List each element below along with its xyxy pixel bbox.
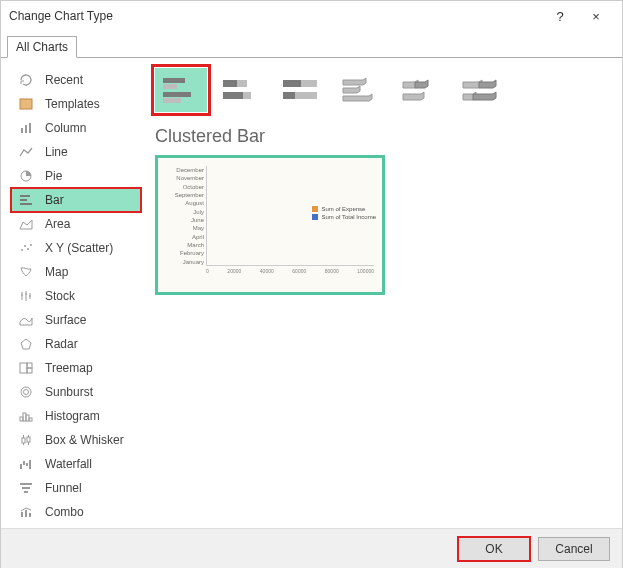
sidebar-item-label: Recent	[45, 73, 83, 87]
svg-rect-40	[223, 92, 243, 99]
svg-rect-36	[163, 92, 191, 97]
sidebar-item-label: Map	[45, 265, 68, 279]
chart-preview[interactable]: DecemberNovemberOctoberSeptemberAugustJu…	[155, 155, 385, 295]
sidebar-item-label: Funnel	[45, 481, 82, 495]
sidebar-item-recent[interactable]: Recent	[11, 68, 141, 92]
radar-icon	[17, 337, 35, 351]
sidebar-item-map[interactable]: Map	[11, 260, 141, 284]
button-bar: OK Cancel	[1, 528, 622, 568]
svg-point-17	[24, 390, 29, 395]
svg-rect-25	[23, 461, 25, 465]
change-chart-type-dialog: Change Chart Type ? × All Charts Recent …	[0, 0, 623, 568]
svg-point-8	[21, 249, 23, 251]
subtype-3d-100-stacked-bar[interactable]	[455, 68, 507, 112]
sidebar-item-templates[interactable]: Templates	[11, 92, 141, 116]
sidebar-item-pie[interactable]: Pie	[11, 164, 141, 188]
svg-rect-28	[20, 483, 32, 485]
svg-rect-30	[24, 491, 28, 493]
sidebar-item-column[interactable]: Column	[11, 116, 141, 140]
map-icon	[17, 265, 35, 279]
sidebar-item-combo[interactable]: Combo	[11, 500, 141, 524]
svg-rect-44	[283, 92, 295, 99]
sidebar-item-label: Stock	[45, 289, 75, 303]
svg-rect-26	[26, 463, 28, 466]
area-icon	[17, 217, 35, 231]
svg-rect-39	[237, 80, 247, 87]
tab-strip: All Charts	[1, 31, 622, 58]
sidebar-item-treemap[interactable]: Treemap	[11, 356, 141, 380]
dialog-title: Change Chart Type	[9, 9, 542, 23]
svg-rect-43	[301, 80, 317, 87]
svg-rect-2	[25, 125, 27, 133]
help-button[interactable]: ?	[542, 9, 578, 24]
sidebar-item-label: X Y (Scatter)	[45, 241, 113, 255]
sidebar-item-surface[interactable]: Surface	[11, 308, 141, 332]
sidebar-item-label: Box & Whisker	[45, 433, 124, 447]
sidebar-item-label: Sunburst	[45, 385, 93, 399]
sidebar-item-sunburst[interactable]: Sunburst	[11, 380, 141, 404]
sidebar-item-label: Treemap	[45, 361, 93, 375]
titlebar: Change Chart Type ? ×	[1, 1, 622, 31]
chart-category-list: Recent Templates Column Line Pie Bar Are…	[11, 68, 141, 510]
sidebar-item-area[interactable]: Area	[11, 212, 141, 236]
sidebar-item-label: Radar	[45, 337, 78, 351]
svg-rect-14	[27, 363, 32, 368]
bar-icon	[17, 193, 35, 207]
svg-rect-27	[29, 460, 31, 469]
sidebar-item-label: Area	[45, 217, 70, 231]
sunburst-icon	[17, 385, 35, 399]
tab-all-charts[interactable]: All Charts	[7, 36, 77, 58]
cancel-button[interactable]: Cancel	[538, 537, 610, 561]
sidebar-item-scatter[interactable]: X Y (Scatter)	[11, 236, 141, 260]
sidebar-item-funnel[interactable]: Funnel	[11, 476, 141, 500]
treemap-icon	[17, 361, 35, 375]
sidebar-item-label: Line	[45, 145, 68, 159]
sidebar-item-label: Histogram	[45, 409, 100, 423]
svg-rect-35	[163, 84, 177, 89]
subtype-clustered-bar[interactable]	[155, 68, 207, 112]
svg-rect-7	[20, 203, 32, 205]
sidebar-item-waterfall[interactable]: Waterfall	[11, 452, 141, 476]
ok-button[interactable]: OK	[458, 537, 530, 561]
histogram-icon	[17, 409, 35, 423]
subtype-3d-stacked-bar[interactable]	[395, 68, 447, 112]
sidebar-item-line[interactable]: Line	[11, 140, 141, 164]
svg-point-9	[24, 245, 26, 247]
sidebar-item-label: Column	[45, 121, 86, 135]
surface-icon	[17, 313, 35, 327]
line-icon	[17, 145, 35, 159]
svg-rect-41	[243, 92, 251, 99]
subtype-100-stacked-bar[interactable]	[275, 68, 327, 112]
svg-rect-31	[21, 512, 23, 517]
subtype-title: Clustered Bar	[155, 126, 612, 147]
subtype-stacked-bar[interactable]	[215, 68, 267, 112]
svg-rect-13	[20, 363, 27, 373]
sidebar-item-bar[interactable]: Bar	[11, 188, 141, 212]
chart-y-labels: DecemberNovemberOctoberSeptemberAugustJu…	[166, 166, 206, 266]
close-button[interactable]: ×	[578, 9, 614, 24]
sidebar-item-label: Templates	[45, 97, 100, 111]
svg-rect-34	[163, 78, 185, 83]
svg-rect-0	[20, 99, 32, 109]
svg-rect-6	[20, 199, 27, 201]
svg-rect-24	[20, 464, 22, 469]
sidebar-item-radar[interactable]: Radar	[11, 332, 141, 356]
recent-icon	[17, 73, 35, 87]
sidebar-item-label: Surface	[45, 313, 86, 327]
sidebar-item-stock[interactable]: Stock	[11, 284, 141, 308]
sidebar-item-histogram[interactable]: Histogram	[11, 404, 141, 428]
svg-rect-1	[21, 128, 23, 133]
sidebar-item-label: Bar	[45, 193, 64, 207]
column-icon	[17, 121, 35, 135]
templates-icon	[17, 97, 35, 111]
funnel-icon	[17, 481, 35, 495]
svg-rect-45	[295, 92, 317, 99]
sidebar-item-label: Pie	[45, 169, 62, 183]
subtype-3d-clustered-bar[interactable]	[335, 68, 387, 112]
sidebar-item-label: Combo	[45, 505, 84, 519]
bar-subtypes	[155, 68, 612, 112]
sidebar-item-box-whisker[interactable]: Box & Whisker	[11, 428, 141, 452]
sidebar-item-label: Waterfall	[45, 457, 92, 471]
svg-rect-15	[27, 368, 32, 373]
chart-legend: Sum of ExpenseSum of Total Income	[312, 206, 376, 222]
